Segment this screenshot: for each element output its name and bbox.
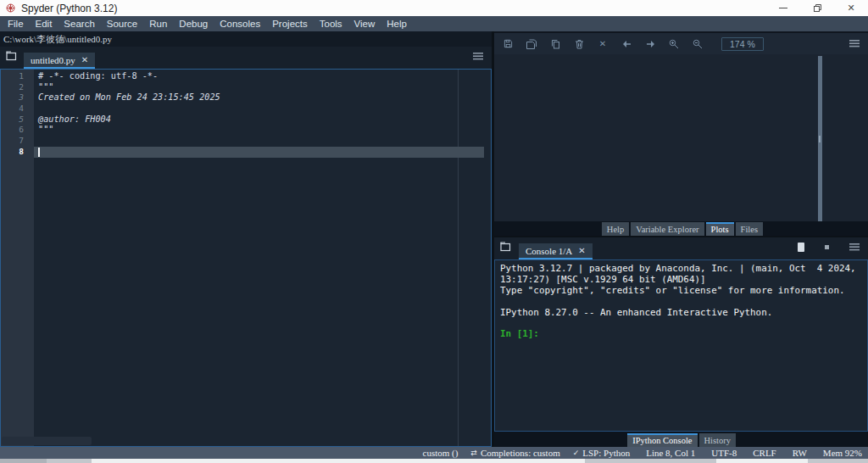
code-text: Created on Mon Feb 24 23:15:45 2025 xyxy=(34,92,484,103)
menu-item[interactable]: Help xyxy=(381,16,413,31)
editor-line: 6 """ xyxy=(1,125,491,136)
copy-plot-icon[interactable] xyxy=(550,39,560,49)
menu-item[interactable]: File xyxy=(2,16,30,31)
panel-tab[interactable]: Files xyxy=(736,222,763,236)
status-text: RW xyxy=(793,447,807,459)
status-item: CRLF xyxy=(749,447,776,459)
line-number: 7 xyxy=(1,136,34,147)
editor-pane: C:\work\李彼德\untitled0.py untitled0.py ✕ xyxy=(0,31,492,447)
previous-plot-icon[interactable] xyxy=(621,39,632,49)
file-path-breadcrumb: C:\work\李彼德\untitled0.py xyxy=(0,31,492,47)
code-text xyxy=(34,103,484,114)
code-editor[interactable]: 1 # -*- coding: utf-8 -*- 2 """ 3 Create… xyxy=(0,69,492,447)
panel-tab[interactable]: Plots xyxy=(706,222,734,236)
options-menu-icon[interactable] xyxy=(849,39,860,49)
minimize-icon[interactable] xyxy=(766,0,800,16)
window-controls: ✕ xyxy=(766,0,868,16)
options-menu-icon[interactable] xyxy=(473,53,483,60)
status-icon: ⇄ xyxy=(470,447,477,459)
tab-close-icon[interactable]: ✕ xyxy=(81,56,88,64)
console-line: 13:17:27) [MSC v.1929 64 bit (AMD64)] xyxy=(500,275,862,286)
menu-item[interactable]: View xyxy=(348,16,381,31)
close-icon[interactable]: ✕ xyxy=(834,0,868,16)
code-text: @author: FH004 xyxy=(34,114,484,126)
status-text: Line 8, Col 1 xyxy=(646,447,695,459)
editor-line: 1 # -*- coding: utf-8 -*- xyxy=(1,71,491,82)
restore-icon[interactable] xyxy=(800,0,834,16)
console-pane: Console 1/A ✕ Python 3.12.7 | packaged b… xyxy=(494,237,868,447)
line-number: 2 xyxy=(1,82,34,93)
code-text: """ xyxy=(34,82,484,93)
editor-tab[interactable]: untitled0.py ✕ xyxy=(24,53,95,69)
console-environment-icon[interactable] xyxy=(798,243,804,252)
status-item: Mem 92% xyxy=(820,447,862,459)
zoom-out-icon[interactable] xyxy=(693,39,703,49)
console-panel-tabs: IPython ConsoleHistory xyxy=(494,432,868,447)
spyder-window: Spyder (Python 3.12) ✕ FileEditSearchSou… xyxy=(0,0,868,463)
console-tab[interactable]: Console 1/A ✕ xyxy=(519,243,593,259)
editor-line: 8 xyxy=(1,147,491,158)
close-all-plots-icon[interactable]: ✕ xyxy=(598,39,608,49)
menu-item[interactable]: Tools xyxy=(314,16,348,31)
menu-item[interactable]: Source xyxy=(101,16,143,31)
code-text: # -*- coding: utf-8 -*- xyxy=(34,71,484,82)
console-tabbar: Console 1/A ✕ xyxy=(494,237,868,259)
save-plot-icon[interactable] xyxy=(503,39,513,49)
plots-canvas[interactable] xyxy=(494,54,868,221)
menu-item[interactable]: Search xyxy=(58,16,100,31)
code-text: """ xyxy=(34,125,484,136)
panel-tab[interactable]: History xyxy=(699,433,737,447)
line-number: 8 xyxy=(1,147,34,158)
status-item: ✓ LSP: Python xyxy=(573,447,630,459)
console-line: Type "copyright", "credits" or "license"… xyxy=(500,286,862,297)
editor-line: 4 xyxy=(1,103,491,114)
status-text: Mem 92% xyxy=(823,447,862,459)
horizontal-scrollbar[interactable] xyxy=(2,437,92,445)
tab-close-icon[interactable]: ✕ xyxy=(578,247,585,255)
remove-plot-icon[interactable] xyxy=(574,39,584,49)
plots-toolbar: ✕ 174 % xyxy=(494,33,868,54)
editor-line: 3 Created on Mon Feb 24 23:15:45 2025 xyxy=(1,92,491,103)
status-text: Completions: custom xyxy=(481,447,560,459)
status-text: LSP: Python xyxy=(582,447,630,459)
console-line: IPython 8.27.0 -- An enhanced Interactiv… xyxy=(500,308,862,319)
browse-tabs-icon[interactable] xyxy=(6,51,17,61)
interrupt-kernel-icon[interactable] xyxy=(825,245,829,249)
menu-item[interactable]: Consoles xyxy=(214,16,266,31)
menu-item[interactable]: Edit xyxy=(30,16,58,31)
editor-tabbar: untitled0.py ✕ xyxy=(0,47,492,69)
code-text xyxy=(34,147,484,158)
plot-zoom-level: 174 % xyxy=(721,37,764,51)
status-text: UTF-8 xyxy=(711,447,737,459)
ipython-console-output[interactable]: Python 3.12.7 | packaged by Anaconda, In… xyxy=(494,259,868,432)
menu-item[interactable]: Run xyxy=(143,16,173,31)
next-plot-icon[interactable] xyxy=(645,39,655,49)
menu-item[interactable]: Debug xyxy=(173,16,214,31)
editor-lines: 1 # -*- coding: utf-8 -*- 2 """ 3 Create… xyxy=(1,70,491,158)
statusbar: custom () ⇄ Completions: custom ✓ LSP: P… xyxy=(0,447,868,459)
console-toolbar xyxy=(798,243,860,252)
zoom-in-icon[interactable] xyxy=(669,39,679,49)
status-item: ⇄ Completions: custom xyxy=(470,447,559,459)
titlebar: Spyder (Python 3.12) ✕ xyxy=(0,0,868,16)
panel-tab[interactable]: Help xyxy=(602,222,629,236)
save-all-plots-icon[interactable] xyxy=(526,39,537,49)
window-title: Spyder (Python 3.12) xyxy=(21,3,117,14)
panel-tab[interactable]: IPython Console xyxy=(627,433,697,447)
status-text: CRLF xyxy=(753,447,776,459)
menu-item[interactable]: Projects xyxy=(266,16,314,31)
line-number: 5 xyxy=(1,114,34,126)
right-panel-tabs: HelpVariable ExplorerPlotsFiles xyxy=(494,221,868,236)
editor-line: 2 """ xyxy=(1,82,491,93)
options-menu-icon[interactable] xyxy=(849,243,860,251)
console-line: Python 3.12.7 | packaged by Anaconda, In… xyxy=(500,264,862,275)
taskbar-edge xyxy=(0,459,868,463)
panel-tab[interactable]: Variable Explorer xyxy=(631,222,704,236)
menubar: FileEditSearchSourceRunDebugConsolesProj… xyxy=(0,16,868,31)
status-item: custom () xyxy=(420,447,459,459)
browse-tabs-icon[interactable] xyxy=(500,242,511,252)
code-text xyxy=(34,136,484,147)
thumbnail-splitter[interactable] xyxy=(818,56,822,221)
status-item: RW xyxy=(789,447,807,459)
status-text: custom () xyxy=(423,447,459,459)
